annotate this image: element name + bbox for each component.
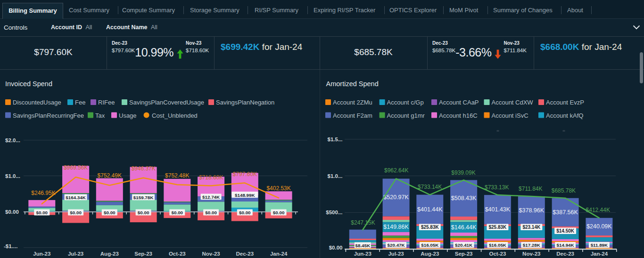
svg-text:$11.89K: $11.89K — [591, 242, 608, 248]
svg-text:$0.00: $0.00 — [36, 210, 48, 215]
svg-text:Invoiced Spend: Invoiced Spend — [5, 80, 52, 88]
svg-text:$8.45K: $8.45K — [355, 243, 371, 248]
svg-text:$412.44K: $412.44K — [586, 207, 610, 213]
svg-text:$0.00: $0.00 — [5, 209, 19, 215]
svg-text:Cost_Unblended: Cost_Unblended — [152, 112, 198, 119]
svg-text:Jul-23: Jul-23 — [68, 251, 83, 257]
svg-text:Account h16C: Account h16C — [439, 112, 478, 119]
svg-text:$711.84K: $711.84K — [519, 185, 543, 192]
svg-text:$25.83K: $25.83K — [421, 225, 439, 230]
svg-text:$733.13K: $733.13K — [485, 184, 509, 191]
svg-text:$0.00: $0.00 — [239, 210, 251, 215]
svg-text:Oct-23: Oct-23 — [489, 251, 506, 257]
svg-text:$247.15K: $247.15K — [351, 219, 375, 226]
svg-text:Account EvzP: Account EvzP — [546, 99, 584, 106]
svg-text:$733.14K: $733.14K — [418, 184, 442, 190]
svg-text:$0.00: $0.00 — [138, 210, 149, 215]
svg-text:Nov-23: Nov-23 — [202, 251, 220, 257]
svg-text:$969.56K: $969.56K — [64, 164, 88, 171]
svg-text:$387.56K: $387.56K — [553, 209, 578, 216]
svg-text:$752.48K: $752.48K — [165, 172, 189, 179]
svg-text:Oct-23: Oct-23 — [169, 251, 186, 257]
svg-text:Dec-23: Dec-23 — [236, 251, 254, 257]
svg-text:$0.00: $0.00 — [273, 210, 285, 215]
svg-text:$146.44K: $146.44K — [451, 224, 477, 231]
svg-text:$401.44K: $401.44K — [417, 206, 443, 213]
svg-text:$0.00: $0.00 — [172, 210, 183, 215]
svg-text:$1.5...: $1.5... — [328, 137, 343, 142]
svg-text:Account g1mr: Account g1mr — [387, 112, 425, 119]
svg-text:$20.41K: $20.41K — [455, 242, 472, 248]
svg-text:-$1....: -$1.... — [4, 243, 17, 249]
svg-text:Usage: Usage — [119, 112, 137, 119]
svg-text:$149.86K: $149.86K — [383, 224, 409, 230]
svg-text:$1.0...: $1.0... — [328, 173, 343, 179]
svg-text:Jun-23: Jun-23 — [354, 251, 372, 257]
svg-text:$14.94K: $14.94K — [557, 242, 574, 248]
svg-text:Account CAaP: Account CAaP — [439, 99, 479, 106]
svg-text:Sep-23: Sep-23 — [134, 251, 152, 257]
svg-text:Dec-23: Dec-23 — [556, 251, 574, 257]
svg-text:SavingsPlanNegation: SavingsPlanNegation — [216, 99, 274, 106]
svg-text:$0.00: $0.00 — [205, 210, 217, 215]
svg-text:Jul-23: Jul-23 — [388, 251, 404, 257]
svg-text:$148.99K: $148.99K — [235, 193, 255, 198]
svg-text:Account CdXW: Account CdXW — [492, 99, 534, 106]
svg-text:$20.47K: $20.47K — [388, 242, 405, 248]
svg-text:$1.0...: $1.0... — [5, 173, 20, 179]
svg-text:$946.37K: $946.37K — [131, 165, 155, 172]
svg-text:Account iSvC: Account iSvC — [492, 112, 528, 119]
svg-text:Jun-23: Jun-23 — [33, 251, 50, 257]
svg-text:$16.05K: $16.05K — [421, 242, 438, 248]
svg-text:$0.00: $0.00 — [104, 210, 116, 215]
svg-text:$25.83K: $25.83K — [488, 225, 507, 230]
svg-text:Account F2am: Account F2am — [333, 112, 372, 119]
svg-text:$0.00: $0.00 — [329, 245, 343, 250]
svg-text:$962.64K: $962.64K — [384, 167, 408, 174]
svg-text:$520.97K: $520.97K — [383, 194, 409, 201]
svg-text:$23.14K: $23.14K — [522, 225, 541, 230]
svg-text:RIFee: RIFee — [98, 99, 115, 106]
svg-text:$12.74K: $12.74K — [202, 194, 220, 200]
svg-text:Jan-24: Jan-24 — [591, 251, 608, 257]
svg-text:$159.78K: $159.78K — [133, 195, 154, 200]
svg-text:$402.53K: $402.53K — [266, 185, 290, 192]
svg-text:$378.96K: $378.96K — [519, 207, 545, 214]
svg-text:$16.05K: $16.05K — [489, 242, 506, 248]
svg-text:$17.28K: $17.28K — [523, 242, 540, 248]
svg-text:Tax: Tax — [95, 112, 105, 119]
svg-text:$240.09K: $240.09K — [586, 223, 612, 230]
svg-text:Sep-23: Sep-23 — [455, 251, 473, 257]
svg-text:SavingsPlanCoveredUsage: SavingsPlanCoveredUsage — [129, 99, 204, 106]
svg-text:Aug-23: Aug-23 — [421, 251, 439, 257]
svg-text:$685.78K: $685.78K — [552, 187, 576, 194]
svg-text:$0.00: $0.00 — [70, 210, 82, 215]
svg-text:Jan-24: Jan-24 — [270, 251, 288, 257]
svg-text:Account 2ZMu: Account 2ZMu — [333, 99, 372, 106]
svg-text:$14.50K: $14.50K — [556, 228, 575, 234]
svg-text:Amortized Spend: Amortized Spend — [326, 80, 379, 88]
svg-text:DiscountedUsage: DiscountedUsage — [13, 99, 61, 106]
svg-text:Fee: Fee — [75, 99, 85, 106]
svg-text:$246.95K: $246.95K — [31, 190, 55, 196]
svg-text:$401.43K: $401.43K — [485, 206, 511, 213]
svg-text:$2.0...: $2.0... — [5, 137, 20, 143]
svg-text:$508.43K: $508.43K — [451, 195, 477, 202]
svg-text:Nov-23: Nov-23 — [522, 251, 540, 257]
svg-text:$718.60K: $718.60K — [199, 174, 223, 181]
svg-text:$797.60K: $797.60K — [233, 171, 257, 177]
svg-text:$752.49K: $752.49K — [98, 172, 122, 179]
svg-text:$164.34K: $164.34K — [66, 195, 86, 200]
svg-text:Aug-23: Aug-23 — [100, 251, 119, 257]
svg-text:Account kAfQ: Account kAfQ — [546, 112, 583, 119]
svg-text:SavingsPlanRecurringFee: SavingsPlanRecurringFee — [13, 112, 84, 119]
svg-text:$500...: $500... — [326, 210, 342, 215]
svg-text:Account c/Gp: Account c/Gp — [387, 99, 424, 106]
svg-text:$939.09K: $939.09K — [451, 169, 475, 176]
